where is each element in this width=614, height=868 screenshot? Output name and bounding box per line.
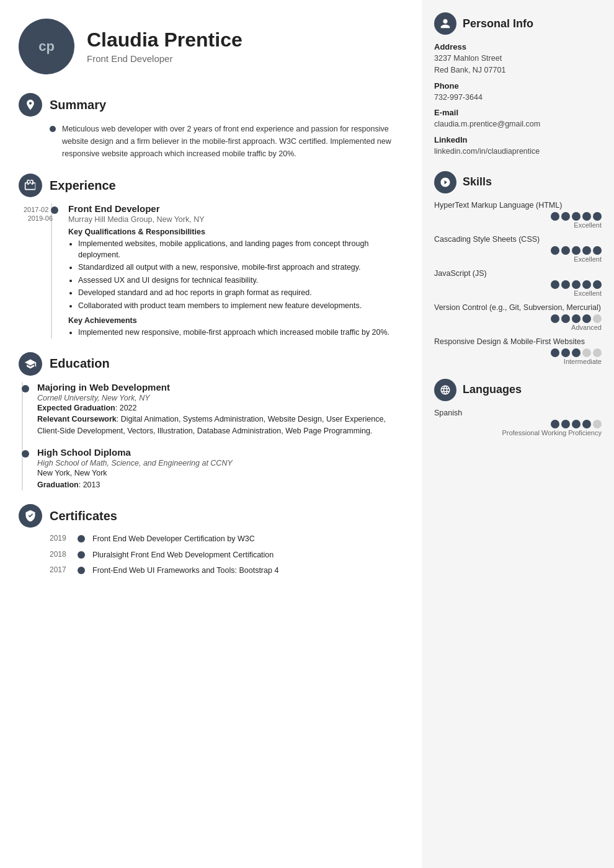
avatar: cp — [19, 19, 74, 74]
resp-item: Standardized all output with a new, resp… — [78, 262, 409, 273]
avatar-initials: cp — [38, 38, 55, 55]
job-title-0: Front End Developer — [68, 203, 409, 214]
skill-dot — [582, 348, 591, 357]
cert-year-1: 2018 — [50, 550, 78, 559]
skill-dot — [551, 348, 559, 357]
edu-dot-0 — [22, 385, 29, 392]
key-achieve-label: Key Achievements — [68, 316, 409, 325]
skill-dot — [572, 280, 581, 289]
skills-title: Skills — [463, 175, 492, 188]
resp-item: Implemented websites, mobile application… — [78, 239, 409, 260]
skill-dots-3 — [434, 314, 602, 323]
skill-dot — [551, 280, 559, 289]
skill-item-3: Version Control (e.g., Git, Subversion, … — [434, 303, 602, 331]
candidate-title: Front End Developer — [87, 53, 242, 64]
skill-item-4: Responsive Design & Mobile-First Website… — [434, 337, 602, 365]
certificates-section: Certificates 2019 Front End Web Develope… — [19, 504, 409, 577]
skill-level-3: Advanced — [434, 324, 602, 331]
summary-title: Summary — [50, 98, 106, 112]
edu-detail-1: New York, New York Graduation: 2013 — [37, 467, 409, 491]
skill-dot — [582, 246, 591, 255]
skill-name-1: Cascading Style Sheets (CSS) — [434, 235, 602, 244]
edu-dot-1 — [22, 450, 29, 458]
skill-dot — [593, 348, 602, 357]
skill-dot — [593, 314, 602, 323]
job-company-0: Murray Hill Media Group, New York, NY — [68, 215, 409, 224]
linkedin-value: linkedin.com/in/claudiaprentice — [434, 146, 602, 157]
exp-item-0: 2017-02 - 2019-06 Front End Developer Mu… — [68, 203, 409, 339]
skill-dot — [582, 280, 591, 289]
education-section: Education Majoring in Web Development Co… — [19, 352, 409, 491]
skill-dot — [561, 280, 570, 289]
skill-level-4: Intermediate — [434, 358, 602, 365]
skill-dot — [551, 246, 559, 255]
experience-timeline: 2017-02 - 2019-06 Front End Developer Mu… — [19, 203, 409, 339]
lang-dot — [561, 420, 570, 428]
experience-title: Experience — [50, 179, 116, 193]
skill-dot — [593, 246, 602, 255]
skills-icon — [434, 171, 456, 193]
cert-dot-0 — [78, 535, 85, 542]
edu-item-0: Majoring in Web Development Cornell Univ… — [37, 382, 409, 437]
edu-degree-0: Majoring in Web Development — [37, 382, 409, 392]
phone-value: 732-997-3644 — [434, 92, 602, 104]
lang-dot — [572, 420, 581, 428]
skill-name-4: Responsive Design & Mobile-First Website… — [434, 337, 602, 346]
skill-dot — [561, 314, 570, 323]
key-qual-label: Key Qualifications & Responsibilities — [68, 228, 409, 236]
resp-item: Developed standard and ad hoc reports in… — [78, 288, 409, 299]
experience-icon — [19, 174, 42, 197]
skill-dot — [572, 314, 581, 323]
email-label: E-mail — [434, 108, 602, 117]
personal-info-icon — [434, 12, 456, 35]
cert-dot-2 — [78, 567, 85, 574]
lang-dot — [593, 420, 602, 428]
skill-dot — [551, 212, 559, 221]
lang-item-0: Spanish Professional Working Proficiency — [434, 409, 602, 436]
cert-dot-1 — [78, 551, 85, 559]
achieve-item: Implemented new responsive, mobile-first… — [78, 327, 409, 339]
email-value: claudia.m.prentice@gmail.com — [434, 118, 602, 130]
skill-dot — [593, 212, 602, 221]
skill-item-1: Cascading Style Sheets (CSS) Excellent — [434, 235, 602, 263]
summary-icon — [19, 93, 42, 117]
edu-degree-1: High School Diploma — [37, 447, 409, 458]
personal-info-title: Personal Info — [463, 17, 533, 30]
skills-section: Skills HyperText Markup Language (HTML) … — [434, 171, 602, 365]
skill-dot — [572, 212, 581, 221]
experience-section: Experience 2017-02 - 2019-06 Front End D… — [19, 174, 409, 339]
lang-dots-0 — [434, 420, 602, 428]
skill-dot — [561, 212, 570, 221]
skill-dot — [572, 246, 581, 255]
address-line2: Red Bank, NJ 07701 — [434, 64, 602, 76]
lang-dot — [582, 420, 591, 428]
skill-dots-0 — [434, 212, 602, 221]
edu-item-1: High School Diploma High School of Math,… — [37, 447, 409, 491]
edu-school-0: Cornell University, New York, NY — [37, 394, 409, 402]
education-icon — [19, 352, 42, 376]
cert-text-2: Front-End Web UI Frameworks and Tools: B… — [92, 565, 278, 577]
skill-name-3: Version Control (e.g., Git, Subversion, … — [434, 303, 602, 312]
skill-level-2: Excellent — [434, 290, 602, 297]
cert-item-0: 2019 Front End Web Developer Certificati… — [50, 534, 409, 545]
summary-text: Meticulous web developer with over 2 yea… — [62, 123, 409, 160]
responsibilities-list: Implemented websites, mobile application… — [68, 239, 409, 311]
languages-section: Languages Spanish Professional Working P… — [434, 379, 602, 436]
skill-level-1: Excellent — [434, 255, 602, 263]
skill-dot — [582, 314, 591, 323]
address-label: Address — [434, 42, 602, 51]
education-title: Education — [50, 356, 110, 371]
languages-title: Languages — [463, 383, 522, 396]
cert-text-1: Pluralsight Front End Web Development Ce… — [92, 550, 274, 561]
skill-name-2: JavaScript (JS) — [434, 269, 602, 278]
candidate-name: Claudia Prentice — [87, 29, 242, 51]
skill-level-0: Excellent — [434, 221, 602, 229]
skill-dots-1 — [434, 246, 602, 255]
resume-header: cp Claudia Prentice Front End Developer — [19, 19, 409, 74]
skill-dot — [582, 212, 591, 221]
resp-item: Assessed UX and UI designs for technical… — [78, 275, 409, 286]
lang-dot — [551, 420, 559, 428]
lang-level-0: Professional Working Proficiency — [434, 429, 602, 436]
cert-item-2: 2017 Front-End Web UI Frameworks and Too… — [50, 565, 409, 577]
phone-label: Phone — [434, 81, 602, 91]
